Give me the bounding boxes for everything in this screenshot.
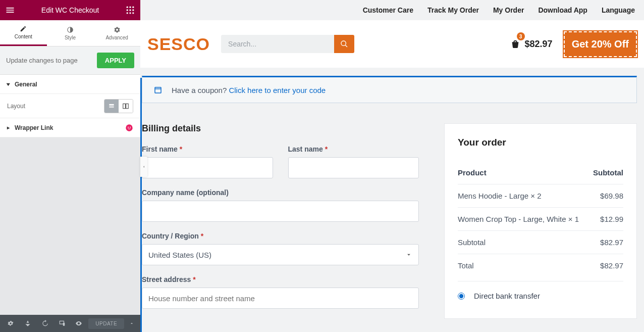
payment-radio-bank[interactable] [458,293,465,300]
country-label: Country / Region * [142,232,419,240]
field-street: Street address * [142,275,419,309]
field-country: Country / Region * United States (US) [142,232,419,265]
order-item-name: Mens Hoodie - Large × 2 [458,192,542,200]
apps-grid-icon[interactable] [125,5,135,15]
svg-point-15 [128,126,129,127]
order-subtotal-row: Subtotal $82.97 [458,230,623,254]
field-company: Company name (optional) [142,188,419,222]
first-name-label: First name * [142,145,273,153]
tab-content[interactable]: Content [0,20,47,46]
tab-style-label: Style [65,35,76,40]
apply-button[interactable]: APPLY [97,53,134,68]
update-button[interactable]: UPDATE [88,318,124,329]
coupon-notice: Have a coupon? Click here to enter your … [142,76,637,103]
svg-point-3 [127,9,128,11]
company-label: Company name (optional) [142,188,419,197]
svg-point-6 [127,12,128,14]
layout-label: Layout [7,103,25,110]
svg-rect-11 [109,107,114,107]
cart-count-badge: 3 [517,32,525,40]
coupon-text: Have a coupon? Click here to enter your … [172,86,326,94]
checkout-content: Have a coupon? Click here to enter your … [140,68,644,332]
promo-button[interactable]: Get 20% Off [564,31,637,57]
navigator-icon[interactable] [20,317,35,330]
update-message: Update changes to page [6,57,78,64]
hamburger-icon[interactable] [5,5,15,15]
search-input[interactable] [221,35,334,53]
order-item-row: Women Crop Top - Large, White × 1 $12.99 [458,207,623,230]
coupon-link[interactable]: Click here to enter your code [229,86,326,94]
last-name-input[interactable] [288,157,419,178]
billing-title: Billing details [142,123,419,134]
country-value: United States (US) [148,251,211,259]
tab-style[interactable]: Style [47,20,94,46]
editor-tabs: Content Style Advanced [0,20,140,46]
svg-point-7 [129,12,131,14]
settings-icon[interactable] [3,317,18,330]
order-header-row: Product Subtotal [458,161,623,184]
first-name-input[interactable] [142,157,273,178]
order-item-price: $12.99 [600,215,623,223]
history-icon[interactable] [37,317,52,330]
order-item-price: $69.98 [600,192,623,200]
payment-option-bank[interactable]: Direct bank transfer [458,281,623,300]
section-wrapper-link[interactable]: ▸ Wrapper Link [0,118,140,137]
tab-advanced[interactable]: Advanced [93,20,140,46]
svg-rect-12 [123,104,126,108]
search-wrap [221,35,354,53]
order-table: Product Subtotal Mens Hoodie - Large × 2… [458,161,623,277]
cart-total: $82.97 [525,39,553,50]
field-first-name: First name * [142,145,273,178]
company-input[interactable] [142,201,419,222]
nav-my-order[interactable]: My Order [493,6,524,14]
order-header-subtotal: Subtotal [593,168,623,177]
cart[interactable]: 3 $82.97 [510,38,553,50]
order-total-row: Total $82.97 [458,254,623,277]
svg-point-0 [127,7,128,8]
site-logo[interactable]: SESCO [147,34,210,54]
tab-content-label: Content [15,34,32,39]
selection-indicator [140,78,142,332]
svg-rect-9 [109,104,114,105]
preview-icon[interactable] [71,317,86,330]
street-input[interactable] [142,288,419,309]
responsive-icon[interactable] [55,317,70,330]
layout-toggle [104,99,133,113]
update-options-icon[interactable] [126,317,137,330]
editor-sidebar: Edit WC Checkout Content Style Advanced … [0,0,140,332]
chevron-down-icon [405,251,412,258]
section-wrapper-link-label: Wrapper Link [15,124,53,131]
nav-track-order[interactable]: Track My Order [427,6,479,14]
editor-title: Edit WC Checkout [41,6,99,14]
collapse-sidebar-handle[interactable] [140,157,147,177]
layout-option-single[interactable] [104,100,119,113]
order-total-value: $82.97 [600,261,623,270]
svg-point-16 [130,126,131,127]
order-item-row: Mens Hoodie - Large × 2 $69.98 [458,184,623,207]
editor-header: Edit WC Checkout [0,0,140,20]
svg-point-2 [132,7,134,8]
order-subtotal-value: $82.97 [600,238,623,247]
svg-rect-13 [126,104,129,108]
section-general-label: General [15,81,37,88]
editor-footer: UPDATE [0,315,140,332]
billing-section: Billing details First name * Last name *… [142,123,419,319]
street-label: Street address * [142,275,419,283]
last-name-label: Last name * [288,145,419,153]
country-select[interactable]: United States (US) [142,244,419,265]
search-button[interactable] [334,35,354,53]
order-total-label: Total [458,261,474,270]
svg-point-5 [132,9,134,11]
calendar-icon [153,85,163,94]
order-title: Your order [458,137,623,148]
happy-addons-icon [125,124,133,132]
coupon-prompt: Have a coupon? [172,86,229,94]
nav-language[interactable]: Language [602,6,635,14]
section-general[interactable]: ▾ General [0,75,140,94]
svg-rect-17 [63,323,65,326]
layout-option-split[interactable] [119,100,133,113]
search-icon [340,40,348,48]
nav-customer-care[interactable]: Customer Care [363,6,413,14]
nav-download-app[interactable]: Download App [538,6,587,14]
svg-point-8 [132,12,134,14]
